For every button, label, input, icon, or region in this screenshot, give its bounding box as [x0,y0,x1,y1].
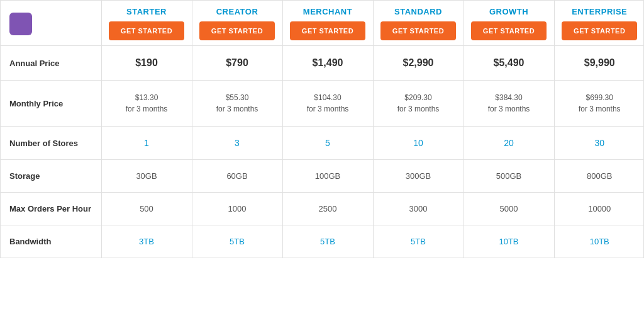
cell-storage-1: 60GB [192,160,282,193]
cell-monthly-2: $104.30for 3 months [282,81,373,127]
stores-value: 20 [504,138,514,148]
row-label-orders: Max Orders Per Hour [1,193,101,225]
cell-monthly-4: $384.30for 3 months [464,81,554,127]
cell-orders-1: 1000 [192,193,282,225]
annual-price-value: $1,490 [313,57,343,68]
row-monthly: Monthly Price$13.30for 3 months$55.30for… [1,81,644,127]
cell-orders-3: 3000 [373,193,464,225]
orders-value: 500 [140,204,153,213]
storage-value: 30GB [136,171,157,181]
annual-price-value: $5,490 [494,57,525,68]
monthly-price-value: $384.30for 3 months [488,93,530,113]
cell-annual-1: $790 [192,46,282,81]
monthly-price-value: $209.30for 3 months [397,93,440,113]
bandwidth-value: 10TB [590,237,609,246]
storage-value: 500GB [496,171,521,181]
bandwidth-value: 5TB [230,237,245,246]
cell-stores-5: 30 [554,127,644,160]
monthly-price-value: $699.30for 3 months [579,93,621,113]
row-bandwidth: Bandwidth3TB5TB5TB5TB10TB10TB [1,225,644,258]
plan-header-standard: STANDARD GET STARTED [373,1,464,46]
cell-storage-3: 300GB [373,160,464,193]
orders-value: 1000 [228,204,247,213]
plan-header-creator: CREATOR GET STARTED [192,1,282,46]
storage-value: 800GB [587,171,612,181]
row-label-bandwidth: Bandwidth [1,225,101,258]
bandwidth-value: 5TB [320,237,335,246]
cell-storage-0: 30GB [101,160,192,193]
plan-name: MERCHANT [287,7,369,16]
bandwidth-value: 3TB [139,237,154,246]
cell-bandwidth-3: 5TB [373,225,464,258]
cell-stores-1: 3 [192,127,282,160]
logo-area [9,13,97,35]
cell-annual-2: $1,490 [282,46,373,81]
row-storage: Storage30GB60GB100GB300GB500GB800GB [1,160,644,193]
cell-stores-0: 1 [101,127,192,160]
monthly-price-value: $13.30for 3 months [126,93,168,113]
plan-header-growth: GROWTH GET STARTED [464,1,554,46]
stores-value: 5 [325,138,330,148]
cell-monthly-1: $55.30for 3 months [192,81,282,127]
get-started-button-enterprise[interactable]: GET STARTED [562,21,637,40]
plan-header-enterprise: ENTERPRISE GET STARTED [554,1,644,46]
annual-price-value: $190 [135,57,158,68]
row-stores: Number of Stores135102030 [1,127,644,160]
monthly-price-value: $104.30for 3 months [307,93,349,113]
storage-value: 300GB [406,171,431,181]
annual-price-value: $9,990 [584,57,615,68]
row-orders: Max Orders Per Hour500100025003000500010… [1,193,644,225]
cell-monthly-0: $13.30for 3 months [101,81,192,127]
get-started-button-growth[interactable]: GET STARTED [471,21,547,40]
get-started-button-standard[interactable]: GET STARTED [380,21,456,40]
plan-name: GROWTH [468,7,550,16]
cell-bandwidth-4: 10TB [464,225,554,258]
orders-value: 2500 [319,204,337,213]
woo-logo-icon [9,13,32,35]
header-row: STARTER GET STARTED CREATOR GET STARTED … [1,1,644,46]
cell-monthly-3: $209.30for 3 months [373,81,464,127]
monthly-price-value: $55.30for 3 months [216,93,258,113]
orders-value: 5000 [500,204,518,213]
cell-orders-4: 5000 [464,193,554,225]
annual-price-value: $2,990 [403,57,434,68]
storage-value: 100GB [315,171,340,181]
cell-orders-5: 10000 [554,193,644,225]
cell-orders-0: 500 [101,193,192,225]
cell-annual-3: $2,990 [373,46,464,81]
cell-storage-2: 100GB [282,160,373,193]
cell-annual-5: $9,990 [554,46,644,81]
pricing-table: STARTER GET STARTED CREATOR GET STARTED … [0,0,644,258]
cell-bandwidth-1: 5TB [192,225,282,258]
cell-bandwidth-2: 5TB [282,225,373,258]
cell-stores-2: 5 [282,127,373,160]
cell-storage-4: 500GB [464,160,554,193]
cell-monthly-5: $699.30for 3 months [554,81,644,127]
row-label-stores: Number of Stores [1,127,101,160]
stores-value: 1 [144,138,149,148]
cell-storage-5: 800GB [554,160,644,193]
plan-header-starter: STARTER GET STARTED [101,1,192,46]
cell-annual-4: $5,490 [464,46,554,81]
plan-header-merchant: MERCHANT GET STARTED [282,1,373,46]
get-started-button-creator[interactable]: GET STARTED [199,21,275,40]
get-started-button-merchant[interactable]: GET STARTED [290,21,365,40]
cell-bandwidth-5: 10TB [554,225,644,258]
bandwidth-value: 5TB [411,237,426,246]
orders-value: 10000 [588,204,611,213]
cell-stores-3: 10 [373,127,464,160]
plan-name: STARTER [106,7,188,16]
logo-cell [1,1,101,46]
get-started-button-starter[interactable]: GET STARTED [109,21,184,40]
stores-value: 30 [594,138,604,148]
cell-stores-4: 20 [464,127,554,160]
annual-price-value: $790 [226,57,248,68]
storage-value: 60GB [226,171,247,181]
row-annual: Annual Price$190$790$1,490$2,990$5,490$9… [1,46,644,81]
cell-annual-0: $190 [101,46,192,81]
row-label-annual: Annual Price [1,46,101,81]
row-label-monthly: Monthly Price [1,81,101,127]
plan-name: ENTERPRISE [558,7,641,16]
bandwidth-value: 10TB [499,237,518,246]
row-label-storage: Storage [1,160,101,193]
